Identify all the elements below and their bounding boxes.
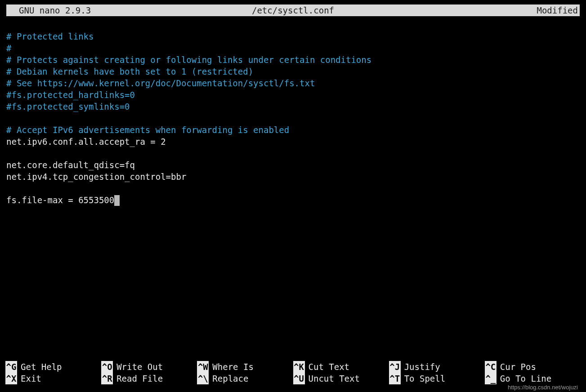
shortcut-item[interactable]: ^JJustify [389,361,485,373]
shortcut-key: ^R [101,373,113,384]
shortcut-item[interactable]: ^TTo Spell [389,373,485,384]
shortcut-item[interactable]: ^XExit [5,373,101,384]
shortcut-label: Go To Line [500,373,551,384]
shortcut-label: Read File [116,373,163,384]
shortcut-item[interactable]: ^_Go To Line [485,373,581,384]
shortcut-label: Justify [404,361,440,373]
shortcut-label: Get Help [21,361,62,373]
editor-line [6,183,586,194]
shortcut-label: Uncut Text [309,373,360,384]
shortcut-item[interactable]: ^KCut Text [293,361,389,373]
shortcut-key: ^X [5,373,17,384]
editor-line [6,112,586,124]
shortcut-key: ^W [197,361,209,373]
editor-line: net.core.default_qdisc=fq [6,159,586,171]
shortcut-key: ^J [389,361,401,373]
shortcut-item[interactable]: ^WWhere Is [197,361,293,373]
app-name: GNU nano 2.9.3 [8,4,91,16]
shortcut-item[interactable]: ^CCur Pos [485,361,581,373]
editor-line: # [6,42,586,54]
editor-line: net.ipv4.tcp_congestion_control=bbr [6,171,586,183]
shortcut-label: Write Out [116,361,163,373]
shortcut-item[interactable]: ^OWrite Out [101,361,197,373]
cursor [114,195,120,206]
shortcut-item[interactable]: ^GGet Help [5,361,101,373]
shortcut-item[interactable]: ^RRead File [101,373,197,384]
editor-line: # See https://www.kernel.org/doc/Documen… [6,77,586,89]
shortcut-item[interactable]: ^UUncut Text [293,373,389,384]
shortcut-key: ^C [485,361,497,373]
shortcut-item[interactable]: ^\Replace [197,373,293,384]
shortcut-label: Exit [21,373,41,384]
file-path: /etc/sysctl.conf [252,4,334,16]
nano-titlebar: GNU nano 2.9.3 /etc/sysctl.conf Modified [6,4,580,16]
editor-line: fs.file-max = 6553500 [6,194,586,206]
editor-line [6,147,586,159]
shortcut-label: Cur Pos [500,361,536,373]
shortcut-key: ^G [5,361,17,373]
modified-status: Modified [537,4,578,16]
shortcut-label: Replace [212,373,248,384]
editor-line: net.ipv6.conf.all.accept_ra = 2 [6,136,586,147]
shortcut-key: ^T [389,373,401,384]
shortcut-label: Where Is [212,361,254,373]
editor-line: # Debian kernels have both set to 1 (res… [6,66,586,77]
editor-line: # Protected links [6,31,586,42]
shortcut-key: ^_ [485,373,497,384]
shortcut-key: ^K [293,361,305,373]
editor-line: #fs.protected_hardlinks=0 [6,89,586,101]
editor-area[interactable]: # Protected links## Protects against cre… [0,16,586,206]
editor-line: #fs.protected_symlinks=0 [6,101,586,112]
shortcut-key: ^U [293,373,305,384]
shortcut-key: ^\ [197,373,209,384]
editor-line: # Accept IPv6 advertisements when forwar… [6,124,586,136]
watermark-text: https://blog.csdn.net/wojuzi [508,383,578,392]
shortcut-label: Cut Text [309,361,350,373]
shortcut-label: To Spell [404,373,446,384]
shortcut-bar: ^GGet Help^OWrite Out^WWhere Is^KCut Tex… [5,361,581,392]
shortcut-key: ^O [101,361,113,373]
editor-line: # Protects against creating or following… [6,54,586,66]
